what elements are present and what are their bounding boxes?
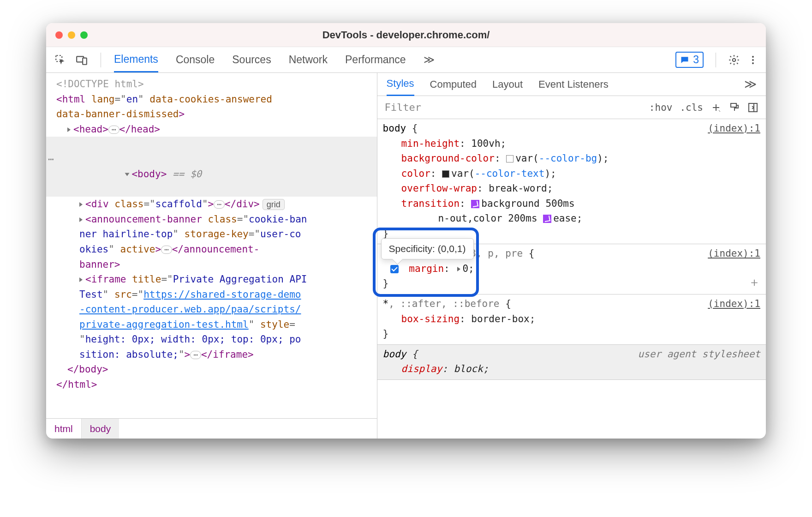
source-link[interactable]: (index):1 <box>708 296 760 312</box>
panel-tabs: Elements Console Sources Network Perform… <box>106 48 435 72</box>
add-property-icon[interactable]: ＋ <box>748 273 760 291</box>
bezier-swatch-icon[interactable] <box>471 200 479 208</box>
svg-point-5 <box>752 59 754 61</box>
dom-div-scaffold[interactable]: <div class="scaffold">⋯</div>grid <box>46 197 377 212</box>
settings-icon[interactable] <box>728 54 740 66</box>
hov-toggle[interactable]: :hov <box>649 102 673 113</box>
grid-badge[interactable]: grid <box>263 199 285 210</box>
chat-icon <box>680 55 689 65</box>
expand-shorthand-icon[interactable] <box>457 267 460 271</box>
tab-performance[interactable]: Performance <box>345 48 406 72</box>
dom-body-close[interactable]: </body> <box>46 362 377 377</box>
cls-toggle[interactable]: .cls <box>680 102 703 113</box>
svg-rect-8 <box>749 103 757 112</box>
dom-tree[interactable]: <!DOCTYPE html> <html lang="en" data-coo… <box>46 73 377 418</box>
tab-console[interactable]: Console <box>176 48 215 72</box>
ua-label: user agent stylesheet <box>638 347 760 362</box>
styles-tab-styles[interactable]: Styles <box>387 72 414 96</box>
dom-announcement-banner[interactable]: <announcement-banner class="cookie-ban <box>46 212 377 227</box>
more-tabs-button[interactable]: ≫ <box>424 48 435 72</box>
overflow-icon[interactable]: ⋯ <box>48 152 54 167</box>
inspect-icon[interactable] <box>54 54 66 66</box>
bezier-swatch-icon[interactable] <box>543 215 551 223</box>
device-toggle-icon[interactable] <box>76 54 88 66</box>
color-swatch-icon[interactable] <box>506 155 513 162</box>
computed-pane-icon[interactable] <box>747 102 758 113</box>
dom-iframe[interactable]: <iframe title="Private Aggregation API <box>46 272 377 287</box>
crumb-body[interactable]: body <box>81 419 119 439</box>
main-split: <!DOCTYPE html> <html lang="en" data-coo… <box>46 73 766 439</box>
property-checkbox[interactable] <box>390 265 399 273</box>
styles-tab-computed[interactable]: Computed <box>430 73 477 96</box>
devtools-window: DevTools - developer.chrome.com/ Element… <box>46 23 766 439</box>
svg-point-3 <box>733 58 736 61</box>
kebab-menu-icon[interactable] <box>747 54 758 66</box>
main-toolbar: Elements Console Sources Network Perform… <box>46 47 766 73</box>
dom-body-selected[interactable]: ⋯ <body> == $0 <box>46 137 377 197</box>
window-title: DevTools - developer.chrome.com/ <box>46 29 766 41</box>
source-link[interactable]: (index):1 <box>708 246 760 261</box>
styles-more-tabs[interactable]: ≫ <box>744 77 757 91</box>
iframe-src-link[interactable]: https://shared-storage-demo <box>143 289 301 300</box>
svg-rect-2 <box>83 58 87 64</box>
paint-icon[interactable] <box>729 102 740 113</box>
dom-doctype[interactable]: <!DOCTYPE html> <box>46 77 377 92</box>
new-rule-icon[interactable] <box>710 102 722 113</box>
messages-badge[interactable]: 3 <box>675 52 704 68</box>
svg-point-4 <box>752 56 754 58</box>
color-swatch-icon[interactable] <box>442 170 449 178</box>
dom-html-close[interactable]: </html> <box>46 377 377 392</box>
styles-panel: Styles Computed Layout Event Listeners ≫… <box>377 73 766 439</box>
styles-tab-layout[interactable]: Layout <box>492 73 523 96</box>
crumb-html[interactable]: html <box>46 419 81 439</box>
styles-tab-event-listeners[interactable]: Event Listeners <box>538 73 609 96</box>
source-link[interactable]: (index):1 <box>708 121 760 136</box>
rule-ua-body[interactable]: user agent stylesheet body { display: bl… <box>377 345 766 380</box>
dom-html-open-2: data-banner-dismissed> <box>46 107 377 122</box>
titlebar: DevTools - developer.chrome.com/ <box>46 23 766 47</box>
svg-rect-7 <box>731 103 736 107</box>
tab-elements[interactable]: Elements <box>114 48 158 72</box>
svg-point-6 <box>752 62 754 64</box>
tab-sources[interactable]: Sources <box>232 48 271 72</box>
dom-html-open[interactable]: <html lang="en" data-cookies-answered <box>46 92 377 107</box>
specificity-tooltip: Specificity: (0,0,1) <box>381 238 474 259</box>
rule-body[interactable]: (index):1 body { min-height: 100vh; back… <box>377 119 766 244</box>
tab-network[interactable]: Network <box>289 48 328 72</box>
message-count: 3 <box>693 54 699 66</box>
separator <box>101 53 101 67</box>
styles-rules: (index):1 body { min-height: 100vh; back… <box>377 119 766 439</box>
elements-panel: <!DOCTYPE html> <html lang="en" data-coo… <box>46 73 377 439</box>
styles-filter-row: :hov .cls <box>377 96 766 119</box>
styles-filter-input[interactable] <box>377 102 649 113</box>
rule-universal[interactable]: (index):1 *, ::after, ::before { box-siz… <box>377 295 766 345</box>
breadcrumb: html body <box>46 418 377 439</box>
separator <box>716 53 716 67</box>
styles-tabs: Styles Computed Layout Event Listeners ≫ <box>377 73 766 96</box>
dom-head[interactable]: <head>⋯</head> <box>46 122 377 137</box>
